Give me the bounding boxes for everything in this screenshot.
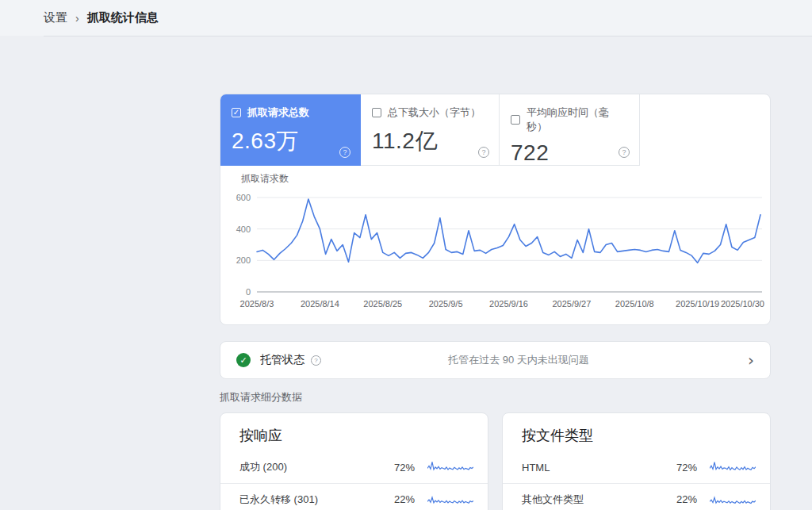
chevron-right-icon[interactable]: ›: [748, 352, 754, 368]
chart-y-axis-label: 抓取请求数: [241, 172, 289, 186]
help-icon[interactable]: ?: [339, 147, 350, 158]
metric-label: 总下载大小（字节）: [388, 105, 481, 120]
svg-text:400: 400: [236, 224, 251, 234]
line-chart: 02004006002025/8/32025/8/142025/8/252025…: [220, 186, 771, 317]
svg-text:2025/9/5: 2025/9/5: [429, 299, 463, 309]
sparkline-chart: [427, 493, 473, 507]
breakdown-card-by-response: 按响应 成功 (200) 72% 已永久转移 (301) 22%: [220, 412, 488, 510]
svg-text:2025/8/25: 2025/8/25: [363, 299, 402, 309]
breakdown-row-html[interactable]: HTML 72%: [503, 451, 770, 483]
metric-card-avg-response-time[interactable]: 平均响应时间（毫秒） 722 ?: [500, 94, 640, 166]
svg-text:2025/8/14: 2025/8/14: [301, 299, 339, 309]
row-label: 成功 (200): [239, 460, 383, 474]
metric-label: 抓取请求总数: [247, 105, 309, 120]
row-label: 已永久转移 (301): [239, 493, 383, 507]
svg-text:2025/10/8: 2025/10/8: [615, 299, 654, 309]
metric-label: 平均响应时间（毫秒）: [527, 105, 628, 134]
help-icon[interactable]: ?: [619, 147, 630, 158]
help-icon[interactable]: ?: [478, 147, 489, 158]
hosting-status-label: 托管状态: [260, 353, 304, 367]
svg-text:600: 600: [236, 193, 251, 202]
card-title: 按响应: [220, 413, 488, 445]
sparkline-chart: [710, 460, 756, 474]
svg-text:2025/9/16: 2025/9/16: [489, 299, 528, 309]
breakdown-row-success-200[interactable]: 成功 (200) 72%: [220, 451, 488, 483]
svg-text:2025/8/3: 2025/8/3: [240, 299, 274, 309]
status-ok-check-icon: ✓: [236, 353, 251, 367]
checkbox-unchecked-icon[interactable]: [372, 108, 381, 117]
checkbox-unchecked-icon[interactable]: [511, 115, 520, 125]
row-percent: 72%: [383, 462, 415, 474]
breakdown-row-other-file-types[interactable]: 其他文件类型 22%: [503, 483, 770, 510]
page-title: 抓取统计信息: [87, 10, 159, 25]
metric-card-total-requests[interactable]: ✓ 抓取请求总数 2.63万 ?: [220, 94, 361, 166]
metric-card-download-size[interactable]: 总下载大小（字节） 11.2亿 ?: [361, 94, 500, 166]
row-label: 其他文件类型: [522, 493, 665, 507]
row-label: HTML: [522, 462, 665, 474]
breakdown-row-moved-301[interactable]: 已永久转移 (301) 22%: [220, 483, 488, 510]
hosting-status-row[interactable]: ✓ 托管状态 ? 托管在过去 90 天内未出现问题 ›: [220, 341, 771, 379]
help-icon[interactable]: ?: [311, 355, 321, 366]
row-percent: 22%: [383, 493, 415, 505]
card-title: 按文件类型: [503, 413, 770, 445]
breadcrumb: 设置 › 抓取统计信息: [44, 0, 159, 36]
crawl-requests-chart: 抓取请求数 02004006002025/8/32025/8/142025/8/…: [220, 172, 771, 323]
metric-card-row: ✓ 抓取请求总数 2.63万 ? 总下载大小（字节） 11.2亿 ? 平均响应时…: [220, 94, 770, 166]
row-percent: 72%: [665, 462, 697, 474]
header-divider: [44, 36, 812, 36]
svg-text:200: 200: [236, 255, 251, 265]
metric-value: 11.2亿: [372, 126, 488, 156]
breadcrumb-separator-icon: ›: [75, 12, 79, 25]
crawl-stats-panel: ✓ 抓取请求总数 2.63万 ? 总下载大小（字节） 11.2亿 ? 平均响应时…: [220, 94, 771, 325]
row-percent: 22%: [665, 493, 697, 505]
breakdown-section-title: 抓取请求细分数据: [220, 390, 302, 405]
breadcrumb-settings-link[interactable]: 设置: [44, 10, 67, 25]
sparkline-chart: [710, 493, 756, 507]
breakdown-card-by-file-type: 按文件类型 HTML 72% 其他文件类型 22%: [502, 412, 771, 510]
metric-value: 722: [511, 140, 628, 166]
sparkline-chart: [427, 460, 473, 474]
svg-text:0: 0: [246, 287, 251, 297]
checkbox-checked-icon[interactable]: ✓: [232, 108, 241, 117]
metric-value: 2.63万: [232, 126, 349, 156]
svg-text:2025/10/19: 2025/10/19: [676, 299, 719, 309]
svg-text:2025/10/30: 2025/10/30: [721, 299, 764, 309]
hosting-status-message: 托管在过去 90 天内未出现问题: [321, 353, 748, 367]
svg-text:2025/9/27: 2025/9/27: [552, 299, 591, 309]
